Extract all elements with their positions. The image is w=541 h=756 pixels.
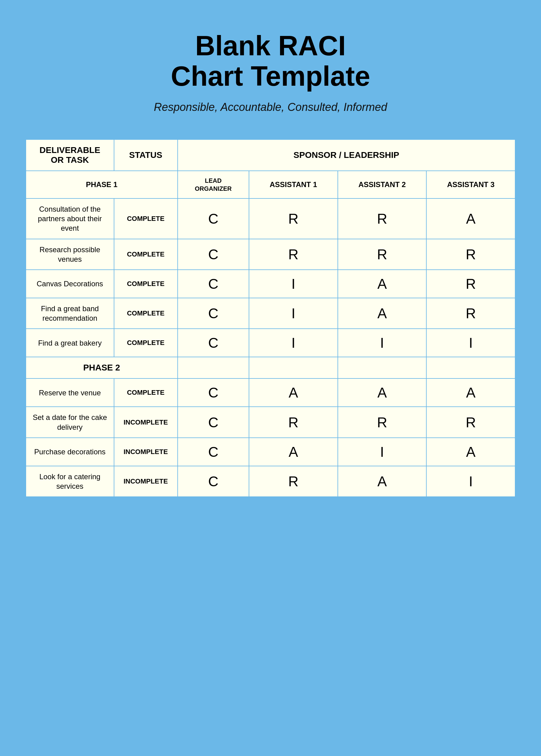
raci-a3: I (426, 329, 515, 357)
task-status: COMPLETE (114, 239, 178, 270)
raci-a1: R (249, 407, 338, 437)
raci-a2: I (338, 329, 427, 357)
raci-lead: C (178, 270, 249, 298)
header-row-top: DELIVERABLEOR TASK STATUS SPONSOR / LEAD… (26, 139, 515, 171)
page-title: Blank RACIChart Template (171, 31, 370, 92)
task-status: COMPLETE (114, 378, 178, 407)
col-deliverable-header: DELIVERABLEOR TASK (26, 139, 114, 171)
raci-a3: A (426, 438, 515, 466)
raci-lead: C (178, 298, 249, 329)
raci-a3: I (426, 466, 515, 497)
table-row: Look for a catering services INCOMPLETE … (26, 466, 515, 497)
raci-a3: R (426, 239, 515, 270)
task-name: Reserve the venue (26, 378, 114, 407)
table-row: Find a great band recommendation COMPLET… (26, 298, 515, 329)
raci-lead: C (178, 329, 249, 357)
raci-a1: R (249, 466, 338, 497)
raci-table-wrapper: DELIVERABLEOR TASK STATUS SPONSOR / LEAD… (25, 138, 516, 498)
raci-a2: R (338, 239, 427, 270)
task-name: Canvas Decorations (26, 270, 114, 298)
col-sponsor-header: SPONSOR / LEADERSHIP (178, 139, 515, 171)
task-status: COMPLETE (114, 298, 178, 329)
table-row: Set a date for the cake delivery INCOMPL… (26, 407, 515, 437)
raci-a3: R (426, 270, 515, 298)
raci-a2: A (338, 298, 427, 329)
table-row: Consultation of the partners about their… (26, 198, 515, 239)
raci-a3: R (426, 298, 515, 329)
raci-a1: A (249, 438, 338, 466)
raci-a1: A (249, 378, 338, 407)
table-row: Reserve the venue COMPLETE C A A A (26, 378, 515, 407)
raci-lead: C (178, 239, 249, 270)
raci-a3: A (426, 198, 515, 239)
raci-a1: R (249, 239, 338, 270)
header-row-sub: PHASE 1 LEADORGANIZER ASSISTANT 1 ASSIST… (26, 171, 515, 198)
raci-a2: R (338, 407, 427, 437)
raci-lead: C (178, 378, 249, 407)
task-status: INCOMPLETE (114, 407, 178, 437)
raci-a3: R (426, 407, 515, 437)
assistant1-header: ASSISTANT 1 (249, 171, 338, 198)
page-subtitle: Responsible, Accountable, Consulted, Inf… (154, 101, 387, 114)
task-status: INCOMPLETE (114, 466, 178, 497)
lead-organizer-header: LEADORGANIZER (178, 171, 249, 198)
task-name: Look for a catering services (26, 466, 114, 497)
task-status: INCOMPLETE (114, 438, 178, 466)
raci-lead: C (178, 407, 249, 437)
raci-lead: C (178, 466, 249, 497)
phase2-label: PHASE 2 (26, 357, 178, 378)
task-name: Purchase decorations (26, 438, 114, 466)
assistant2-header: ASSISTANT 2 (338, 171, 427, 198)
raci-lead: C (178, 198, 249, 239)
raci-a3: A (426, 378, 515, 407)
raci-a2: A (338, 270, 427, 298)
col-status-header: STATUS (114, 139, 178, 171)
raci-lead: C (178, 438, 249, 466)
assistant3-header: ASSISTANT 3 (426, 171, 515, 198)
page-container: Blank RACIChart Template Responsible, Ac… (25, 18, 516, 498)
raci-a2: A (338, 466, 427, 497)
task-status: COMPLETE (114, 270, 178, 298)
task-name: Research possible venues (26, 239, 114, 270)
table-row: Research possible venues COMPLETE C R R … (26, 239, 515, 270)
table-row: Find a great bakery COMPLETE C I I I (26, 329, 515, 357)
raci-a1: R (249, 198, 338, 239)
table-row: Canvas Decorations COMPLETE C I A R (26, 270, 515, 298)
raci-a1: I (249, 270, 338, 298)
raci-a2: I (338, 438, 427, 466)
table-row: Purchase decorations INCOMPLETE C A I A (26, 438, 515, 466)
task-status: COMPLETE (114, 198, 178, 239)
raci-a1: I (249, 298, 338, 329)
task-status: COMPLETE (114, 329, 178, 357)
task-name: Find a great bakery (26, 329, 114, 357)
raci-table: DELIVERABLEOR TASK STATUS SPONSOR / LEAD… (26, 139, 515, 497)
phase2-header-row: PHASE 2 (26, 357, 515, 378)
raci-a1: I (249, 329, 338, 357)
raci-a2: R (338, 198, 427, 239)
phase1-header: PHASE 1 (26, 171, 178, 198)
task-name: Consultation of the partners about their… (26, 198, 114, 239)
task-name: Set a date for the cake delivery (26, 407, 114, 437)
raci-a2: A (338, 378, 427, 407)
task-name: Find a great band recommendation (26, 298, 114, 329)
